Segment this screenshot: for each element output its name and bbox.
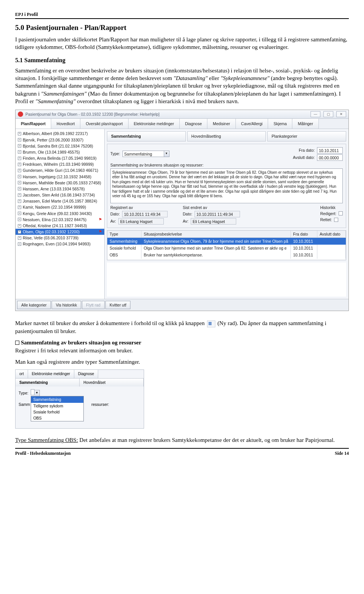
minimize-button[interactable]: — (311, 111, 320, 117)
expand-icon[interactable]: + (18, 138, 21, 141)
tab-plan-rapport[interactable]: Plan/Rapport (16, 119, 51, 129)
maximize-button[interactable]: ▢ (323, 111, 333, 117)
btn-kvitter[interactable]: Kvitter utf (105, 301, 130, 309)
tree-item[interactable]: +Kamir, Nadeem (22.10.1954 99999) (16, 204, 104, 210)
option-tidligere[interactable]: Tidligere sykdom (31, 403, 83, 409)
mini-dropdown-list[interactable]: Sammenfatning Tidligere sykdom Sosiale f… (31, 396, 84, 421)
grid-cell (317, 251, 346, 258)
mini-tab-meldinger[interactable]: Elektroniske meldinger (28, 370, 74, 378)
tree-item[interactable]: +Oftedal, Kristine (24.11.1927 34453) (16, 223, 104, 229)
tree-item[interactable]: +Bjordal, Sandra Brit (21.02.1934 75208) (16, 143, 104, 149)
rettet-checkbox[interactable] (334, 218, 338, 222)
checkbox-icon (15, 341, 19, 345)
btn-alle-kategorier[interactable]: Alle kategorier (17, 301, 51, 309)
expand-icon[interactable]: + (18, 157, 21, 160)
mini-tab-ort[interactable]: ort (16, 370, 28, 378)
tree-item-label: Hansen, Ingebjørg (12.10.1932 34458) (23, 174, 91, 179)
chevron-down-icon[interactable]: ▼ (35, 390, 40, 396)
expand-icon[interactable]: + (18, 206, 21, 209)
page-footer: Profil - Helsedokumentasjon Side 14 (15, 450, 349, 456)
para-after-screenshot: Marker navnet til bruker du ønsker å dok… (15, 319, 349, 335)
stab-plankategorier[interactable]: Plankategorier (267, 131, 346, 141)
tree-item[interactable]: +Jonassen, Edel Marte (14.05.1957 38824) (16, 198, 104, 204)
mini-tab-diagnose[interactable]: Diagnose (74, 370, 98, 378)
mini-samm-label: Samm (19, 402, 30, 407)
tab-meldinger[interactable]: Elektroniske meldinger (129, 119, 180, 129)
col-fra[interactable]: Fra dato (291, 231, 317, 237)
tab-medisiner[interactable]: Medisiner (207, 119, 236, 129)
option-obs[interactable]: OBS (31, 415, 83, 421)
tree-item[interactable]: +Hansen, Ingebjørg (12.10.1932 34458) (16, 174, 104, 180)
fra-dato-field[interactable]: 10.10.2011 (317, 147, 343, 154)
avslutt-dato-field[interactable]: 00.00.0000 (317, 154, 343, 161)
tree-item[interactable]: +Finden, Anna Belinda (17.05.1940 99819) (16, 155, 104, 161)
stab-sammenfatning[interactable]: Sammenfatning (107, 131, 186, 141)
expand-icon[interactable]: + (18, 144, 21, 148)
tree-item[interactable]: +Rognhagen, Even (10.04.1994 94993) (16, 241, 104, 247)
expand-icon[interactable]: + (18, 181, 21, 184)
col-situasjon[interactable]: Situasjonsbeskrivelse (141, 231, 291, 237)
tree-item[interactable]: +Brumm, Ole (13.04.1989 45575) (16, 149, 104, 155)
grid-cell: Sykepleieanamnese:Olga Olsen, 79 år bor … (141, 238, 291, 245)
expand-icon[interactable]: + (18, 132, 21, 135)
tree-item-label: Olsen, Olga (02.03.1932 12200) (23, 229, 80, 234)
form-panel: Type: Sammenfatning ▼ Fra dato: 10.10.20… (107, 144, 346, 228)
tree-item[interactable]: +Nesstuen, Elina (12.03.1922 84475)⚑ (16, 217, 104, 223)
tree-item-label: Kamir, Nadeem (22.10.1954 99999) (23, 204, 86, 210)
sub-heading-block: Sammenfatning av brukers situasjon og re… (15, 339, 349, 354)
tree-item[interactable]: +Gundersen, Hilde Guri (11.04.1963 46671… (16, 167, 104, 173)
mini-type-label: Type: (19, 390, 28, 396)
chevron-down-icon[interactable]: ▼ (164, 151, 169, 157)
tree-item[interactable]: +Hansen, Mathilde Beate (30.05.1933 2745… (16, 180, 104, 186)
stab-hovedmal[interactable]: Hovedmålsetting (187, 131, 266, 141)
mini-type-select[interactable]: ▼ Sammenfatning Tidligere sykdom Sosiale… (31, 390, 40, 396)
expand-icon[interactable]: + (18, 193, 21, 197)
tab-diagnose[interactable]: Diagnose (180, 119, 207, 129)
redigert-checkbox[interactable] (339, 211, 343, 215)
tab-oversikt[interactable]: Oversikt plan/rapport (80, 119, 128, 129)
tree-item[interactable]: +Kengu, Grete Alice (09.02.1930 34430) (16, 211, 104, 217)
tree-item[interactable]: +Bjervik, Petter (23.06.2000 33307) (16, 137, 104, 143)
expand-icon[interactable]: + (18, 212, 21, 215)
tree-item[interactable]: +Jacobsen, Sten Arild (16.08.1943 37734) (16, 192, 104, 198)
expand-icon[interactable]: + (18, 163, 21, 166)
tab-hovedkort[interactable]: Hovedkort (51, 119, 80, 129)
expand-icon[interactable]: + (18, 230, 21, 234)
expand-icon[interactable]: + (18, 200, 21, 203)
close-button[interactable]: ✕ (336, 111, 346, 117)
para-intro: I pasientjournalen under skillekortet Pl… (15, 36, 349, 51)
tree-item[interactable]: +Olsen, Olga (02.03.1932 12200)⚑ (16, 229, 104, 235)
reg-av: Eli Lekang Hagset (118, 218, 164, 225)
patient-tree[interactable]: +Albertson, Albert (09.09.1992 22317)+Bj… (16, 129, 105, 299)
col-type[interactable]: Type (107, 231, 141, 237)
tab-cave[interactable]: Cave/Allergi (236, 119, 268, 129)
expand-icon[interactable]: + (18, 169, 21, 172)
type-select[interactable]: Sammenfatning ▼ (122, 151, 169, 157)
option-sosiale[interactable]: Sosiale forhold (31, 409, 83, 415)
tree-item[interactable]: +Albertson, Albert (09.09.1992 22317) (16, 130, 104, 137)
desc-textarea[interactable]: Sykepleieanamnese: Olga Olsen, 79 år bor… (110, 168, 343, 203)
grid-row[interactable]: SammenfatningSykepleieanamnese:Olga Olse… (107, 238, 346, 245)
grid-row[interactable]: Sosiale forholdOlga Olsen bor hjemme med… (107, 245, 346, 251)
tree-item[interactable]: +Riise, Vetle (03.06.2010 37739) (16, 235, 104, 241)
option-sammenfatning[interactable]: Sammenfatning (31, 396, 83, 402)
expand-icon[interactable]: + (18, 218, 21, 221)
expand-icon[interactable]: + (18, 242, 21, 246)
expand-icon[interactable]: + (18, 236, 21, 240)
expand-icon[interactable]: + (18, 224, 21, 228)
tree-item[interactable]: +Fredriksen, Wilhelm (21.03.1940 99999) (16, 161, 104, 167)
grid-cell: Olga Olsen bor hjemme med sin søster Tri… (141, 245, 291, 251)
expand-icon[interactable]: + (18, 187, 21, 190)
tab-skjema[interactable]: Skjema (268, 119, 292, 129)
mini-stab-samm[interactable]: Sammenfatning (16, 379, 80, 387)
expand-icon[interactable]: + (18, 175, 21, 178)
tree-item[interactable]: +Hanssen, Arne (13.03.1934 56578) (16, 186, 104, 192)
col-avslutt[interactable]: Avslutt dato (317, 231, 346, 237)
mini-stab-hoved[interactable]: Hovedmålset (80, 379, 144, 387)
btn-vis-historikk[interactable]: Vis historikk (52, 301, 81, 309)
expand-icon[interactable]: + (18, 150, 21, 154)
grid-row[interactable]: OBSBruker har samtykkekompetanse.10.10.2… (107, 251, 346, 258)
app-window: Pasientjournal for Olga Olsen - 02.03.19… (15, 110, 349, 311)
tab-malinger[interactable]: Målinger (292, 119, 318, 129)
summary-grid[interactable]: Type Situasjonsbeskrivelse Fra dato Avsl… (107, 230, 346, 260)
